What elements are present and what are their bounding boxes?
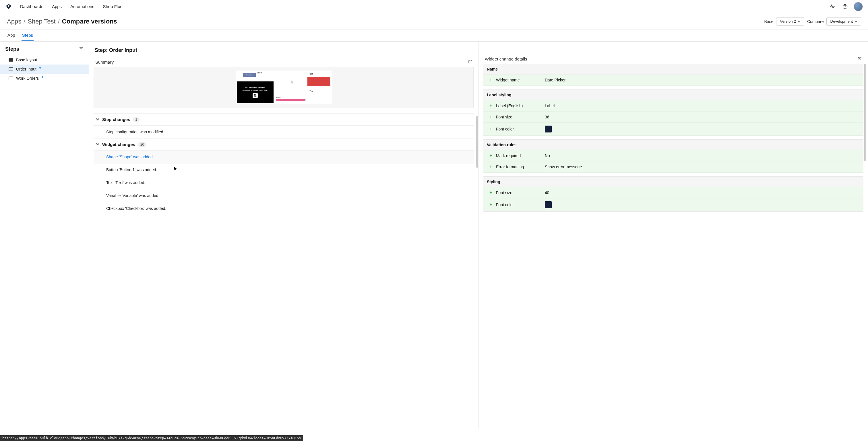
nav-dashboards[interactable]: Dashboards: [20, 4, 43, 9]
detail-key: Error formatting: [496, 165, 545, 169]
detail-value: 40: [545, 191, 861, 195]
change-dot-icon: [39, 67, 41, 69]
image-icon: 🖼: [253, 93, 258, 98]
section-head: Name: [484, 64, 863, 74]
tab-steps[interactable]: Steps: [22, 30, 34, 41]
tab-app[interactable]: App: [7, 30, 16, 41]
nav-right: [828, 2, 863, 11]
page-header: Apps / Shep Test / Compare versions Base…: [0, 13, 868, 30]
preview-box: Label ≡ Menu # test Static Text No Datas…: [94, 67, 474, 108]
compare-version-select[interactable]: Development: [826, 17, 861, 26]
detail-value: Show error message: [545, 165, 861, 169]
detail-row: +Error formattingShow error message: [484, 162, 863, 173]
detail-key: Label (English): [496, 103, 545, 108]
detail-value: 36: [545, 115, 861, 119]
plus-icon: +: [486, 164, 496, 169]
nav-shopfloor[interactable]: Shop Floor: [103, 4, 124, 9]
detail-key: Font color: [496, 127, 545, 131]
step-changes-group: Step changes 1 Step configuration was mo…: [94, 113, 474, 138]
widget-changes-count: 20: [138, 142, 146, 147]
detail-value: [545, 201, 861, 208]
detail-key: Widget name: [496, 78, 545, 82]
widget-changes-header[interactable]: Widget changes 20: [94, 138, 474, 150]
detail-value: Date Picker: [545, 78, 861, 82]
color-swatch: [545, 126, 552, 133]
detail-row: +Font size36: [484, 111, 863, 123]
plus-icon: +: [486, 77, 496, 82]
summary-column: Step: Order Input Summary Label ≡ Menu #…: [89, 42, 478, 428]
scrollbar[interactable]: [864, 64, 866, 161]
preview-shape: [307, 77, 330, 86]
plus-icon: +: [486, 127, 496, 132]
change-row[interactable]: Variable 'Variable' was added.: [94, 189, 474, 202]
top-nav: Dashboards Apps Automations Shop Floor: [0, 0, 868, 13]
preview-label: Label: [257, 72, 262, 74]
breadcrumb-current: Compare versions: [62, 18, 117, 25]
detail-section: Styling+Font size40+Font color: [483, 176, 863, 212]
filter-icon[interactable]: [79, 46, 84, 52]
caret-down-icon: [798, 20, 801, 23]
sidebar-item-order-input[interactable]: Order Input: [0, 65, 89, 74]
summary-header: Summary: [94, 59, 474, 67]
logo-icon[interactable]: [5, 3, 12, 10]
detail-value: No: [545, 154, 861, 158]
sidebar-title: Steps: [5, 46, 19, 52]
avatar[interactable]: [854, 2, 863, 11]
svg-line-5: [470, 60, 471, 62]
section-head: Validation rules: [484, 140, 863, 150]
preview-nodata-sub: Configure to allow image input in player: [243, 90, 268, 91]
nav-apps[interactable]: Apps: [52, 4, 62, 9]
sidebar: Steps Base layout Order Input Work Order…: [0, 42, 89, 428]
detail-row: +Font size40: [484, 187, 863, 198]
content: Step: Order Input Summary Label ≡ Menu #…: [89, 42, 868, 428]
plus-icon: +: [486, 103, 496, 108]
detail-key: Font color: [496, 202, 545, 207]
detail-key: Font size: [496, 115, 545, 119]
breadcrumb: Apps / Shep Test / Compare versions: [7, 18, 117, 25]
base-version-select[interactable]: Version 2: [776, 17, 804, 26]
caret-down-icon: [855, 20, 857, 23]
nav-automations[interactable]: Automations: [70, 4, 94, 9]
breadcrumb-apps[interactable]: Apps: [7, 18, 21, 25]
detail-value: [545, 126, 861, 133]
detail-row: +Font color: [484, 198, 863, 211]
change-row-selected[interactable]: Shape 'Shape' was added.: [94, 150, 474, 163]
base-label: Base: [764, 19, 773, 24]
section-head: Styling: [484, 177, 863, 187]
breadcrumb-project[interactable]: Shep Test: [28, 18, 55, 25]
sidebar-item-work-orders[interactable]: Work Orders: [0, 74, 89, 83]
chevron-down-icon: [96, 142, 99, 147]
preview-canvas: Label ≡ Menu # test Static Text No Datas…: [236, 71, 332, 104]
plus-icon: +: [486, 153, 496, 158]
widget-changes-group: Widget changes 20 Shape 'Shape' was adde…: [94, 138, 474, 215]
breadcrumb-sep: /: [58, 18, 60, 25]
details-body: Name+Widget nameDate PickerLabel styling…: [483, 64, 863, 212]
main: Steps Base layout Order Input Work Order…: [0, 42, 868, 428]
change-row[interactable]: Checkbox 'Checkbox' was added.: [94, 202, 474, 215]
details-column: Widget change details Name+Widget nameDa…: [478, 42, 868, 428]
open-external-icon[interactable]: [468, 60, 472, 65]
breadcrumb-sep: /: [24, 18, 25, 25]
svg-point-1: [845, 7, 845, 8]
change-row[interactable]: Text 'Text' was added.: [94, 176, 474, 189]
details-header: Widget change details: [483, 55, 863, 64]
activity-icon[interactable]: [828, 3, 836, 11]
detail-row: +Label (English)Label: [484, 100, 863, 111]
open-external-icon[interactable]: [858, 57, 862, 61]
change-dot-icon: [42, 76, 43, 78]
step-title: Step: Order Input: [94, 47, 474, 53]
scrollbar[interactable]: [476, 116, 478, 168]
change-row[interactable]: Step configuration was modified.: [94, 125, 474, 138]
step-changes-header[interactable]: Step changes 1: [94, 113, 474, 125]
summary-label: Summary: [95, 60, 114, 65]
color-swatch: [545, 201, 552, 208]
help-icon[interactable]: [841, 3, 849, 11]
step-list: Base layout Order Input Work Orders: [0, 55, 89, 83]
compare-label: Compare: [807, 19, 824, 24]
detail-row: +Mark requiredNo: [484, 150, 863, 162]
sidebar-item-base-layout[interactable]: Base layout: [0, 55, 89, 65]
sidebar-item-label: Base layout: [16, 58, 37, 62]
change-row[interactable]: Button 'Button 1' was added.: [94, 163, 474, 176]
base-version-value: Version 2: [780, 19, 796, 24]
preview-text: test: [310, 73, 313, 75]
